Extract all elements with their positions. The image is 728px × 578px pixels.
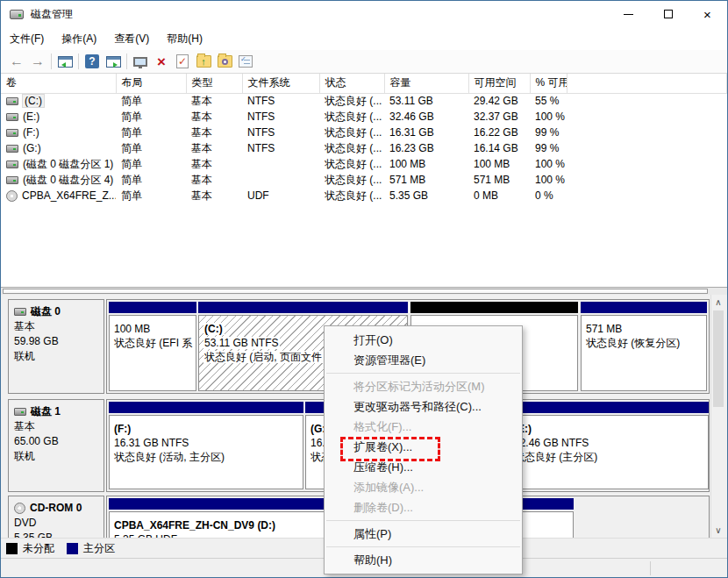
maximize-icon [664, 10, 673, 18]
col-status[interactable]: 状态 [319, 74, 384, 93]
col-volume[interactable]: 卷 [1, 74, 116, 93]
table-header-row: 卷 布局 类型 文件系统 状态 容量 可用空间 % 可用 [1, 74, 727, 93]
partition-efi[interactable]: 100 MB状态良好 (EFI 系 [109, 302, 196, 391]
menu-help[interactable]: 帮助(H) [158, 28, 211, 50]
title-bar: 磁盘管理 × [1, 1, 727, 27]
folder-up-icon[interactable]: ↑ [193, 52, 214, 71]
volume-list: 卷 布局 类型 文件系统 状态 容量 可用空间 % 可用 (C:) 简单基本 N… [1, 74, 727, 287]
toolbar-separator [126, 54, 127, 69]
minimize-icon [624, 14, 633, 15]
context-menu: 打开(O) 资源管理器(E) 将分区标记为活动分区(M) 更改驱动器号和路径(C… [324, 325, 523, 574]
disk-icon [14, 308, 26, 316]
window-title: 磁盘管理 [31, 7, 73, 22]
primary-partition-bar [509, 402, 709, 413]
cd-icon [14, 503, 25, 514]
scroll-up-icon[interactable]: ∧ [711, 295, 725, 310]
menu-separator [326, 520, 520, 521]
primary-partition-bar [581, 302, 707, 313]
menu-view[interactable]: 查看(V) [105, 28, 158, 50]
disk-icon [14, 408, 26, 416]
maximize-button[interactable] [648, 1, 688, 27]
table-row[interactable]: CPBA_X64FRE_Z... 简单基本 UDF状态良好 (... 5.35 … [1, 188, 727, 203]
window-controls: × [609, 1, 727, 27]
col-pct-free[interactable]: % 可用 [530, 74, 567, 93]
folder-search-icon[interactable] [214, 52, 235, 71]
scroll-down-icon[interactable]: ∨ [711, 523, 725, 538]
toolbar-separator [51, 54, 52, 69]
menu-item-extend-volume[interactable]: 扩展卷(X)... [325, 437, 522, 457]
partition-f[interactable]: (F:)16.31 GB NTFS状态良好 (活动, 主分区) [109, 402, 303, 489]
menu-item-shrink-volume[interactable]: 压缩卷(H)... [325, 457, 522, 477]
volume-icon [6, 145, 18, 153]
volume-icon [6, 129, 18, 137]
delete-icon[interactable]: × [151, 52, 172, 71]
primary-partition-bar [109, 402, 303, 413]
menu-item-delete-volume: 删除卷(D)... [325, 497, 522, 517]
table-row[interactable]: (E:) 简单基本 NTFS状态良好 (... 32.46 GB32.37 GB… [1, 109, 727, 125]
check-disk-icon[interactable]: ✓ [172, 52, 193, 71]
close-icon: × [703, 8, 711, 21]
horizontal-scrollbar-thumb[interactable] [3, 289, 708, 294]
action-pane-icon[interactable] [103, 52, 124, 71]
table-row[interactable]: (F:) 简单基本 NTFS状态良好 (... 16.31 GB16.22 GB… [1, 125, 727, 140]
col-empty [567, 74, 727, 93]
menu-separator [326, 546, 520, 547]
volume-icon [6, 97, 18, 105]
horizontal-scrollbar[interactable] [1, 287, 727, 295]
legend-primary-partition: 主分区 [67, 541, 115, 556]
unallocated-bar [410, 302, 578, 313]
volume-icon [6, 176, 18, 184]
disk-0-label[interactable]: 磁盘 0 基本 59.98 GB 联机 [8, 299, 104, 394]
volume-icon [6, 161, 18, 168]
table-row[interactable]: (磁盘 0 磁盘分区 4) 简单基本 状态良好 (... 571 MB571 M… [1, 172, 727, 188]
col-type[interactable]: 类型 [186, 74, 242, 93]
table-row[interactable]: (G:) 简单基本 NTFS状态良好 (... 16.23 GB16.14 GB… [1, 140, 727, 156]
menu-item-add-mirror: 添加镜像(A)... [325, 477, 522, 497]
primary-partition-swatch [67, 543, 78, 554]
partition-e[interactable]: (E:)32.46 GB NTFS状态良好 (主分区) [509, 402, 709, 489]
partition-recovery[interactable]: 571 MB状态良好 (恢复分区) [581, 302, 707, 391]
cd-icon [6, 190, 18, 202]
primary-partition-bar [198, 302, 408, 313]
col-layout[interactable]: 布局 [116, 74, 186, 93]
back-icon[interactable]: ← [6, 52, 27, 71]
app-icon [10, 10, 24, 19]
col-free[interactable]: 可用空间 [468, 74, 530, 93]
properties-icon[interactable] [130, 52, 151, 71]
menu-item-mark-active: 将分区标记为活动分区(M) [325, 376, 522, 396]
close-button[interactable]: × [688, 1, 727, 27]
menu-action[interactable]: 操作(A) [53, 28, 105, 50]
toolbar-separator [78, 54, 79, 69]
menu-bar: 文件(F) 操作(A) 查看(V) 帮助(H) [1, 27, 727, 50]
toolbar: ← → ? × ✓ ↑ [1, 50, 727, 74]
menu-item-change-drive-letter[interactable]: 更改驱动器号和路径(C)... [325, 396, 522, 417]
forward-icon[interactable]: → [27, 52, 48, 71]
menu-item-properties[interactable]: 属性(P) [325, 524, 522, 544]
menu-item-open[interactable]: 打开(O) [325, 330, 522, 350]
table-row[interactable]: (C:) 简单基本 NTFS状态良好 (... 53.11 GB29.42 GB… [1, 93, 727, 109]
menu-item-help[interactable]: 帮助(H) [325, 550, 522, 570]
legend-unallocated: 未分配 [6, 541, 54, 556]
vertical-scrollbar-thumb[interactable] [713, 310, 724, 407]
menu-separator [326, 373, 520, 374]
menu-file[interactable]: 文件(F) [1, 28, 53, 50]
vertical-scrollbar[interactable]: ∧ ∨ [710, 295, 725, 538]
table-row[interactable]: (磁盘 0 磁盘分区 1) 简单基本 状态良好 (... 100 MB100 M… [1, 156, 727, 172]
checklist-icon[interactable] [235, 52, 256, 71]
cdrom-0-label[interactable]: CD-ROM 0 DVD 5.35 GB [8, 496, 104, 538]
disk-1-label[interactable]: 磁盘 1 基本 65.00 GB 联机 [8, 399, 104, 492]
console-tree-icon[interactable] [54, 52, 75, 71]
status-bar-divider [650, 561, 651, 575]
menu-item-format: 格式化(F)... [325, 417, 522, 437]
primary-partition-bar [109, 302, 196, 313]
help-icon[interactable]: ? [82, 52, 103, 71]
col-capacity[interactable]: 容量 [384, 74, 468, 93]
disk-management-window: 磁盘管理 × 文件(F) 操作(A) 查看(V) 帮助(H) ← → ? × ✓… [0, 0, 728, 578]
unallocated-swatch [6, 543, 18, 554]
col-filesystem[interactable]: 文件系统 [242, 74, 319, 93]
menu-item-explorer[interactable]: 资源管理器(E) [325, 350, 522, 370]
volume-icon [6, 113, 18, 121]
minimize-button[interactable] [609, 1, 648, 27]
